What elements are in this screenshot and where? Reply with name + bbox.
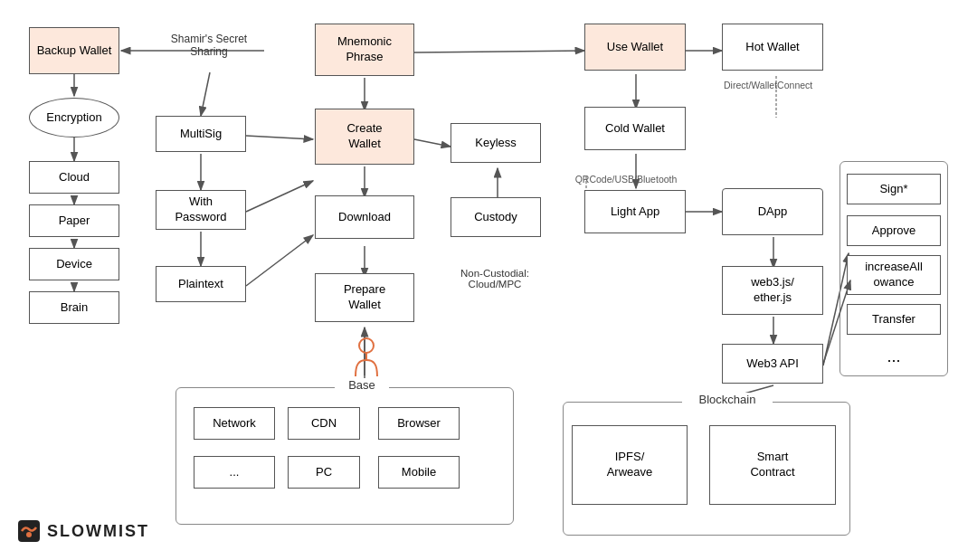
prepare-wallet-node: PrepareWallet [315, 273, 414, 322]
keyless-node: Keyless [451, 123, 541, 163]
dots-node: ... [847, 342, 941, 373]
sign-label: Sign* [879, 182, 907, 197]
slowmist-logo-text: SLOWMIST [47, 522, 149, 541]
encryption-label: Encryption [46, 110, 101, 126]
qrcode-label: QRCode/USB/Bluetooth [554, 174, 698, 185]
dots-label: ... [887, 346, 900, 367]
cloud-label: Cloud [59, 170, 90, 185]
smart-contract-node: SmartContract [709, 425, 836, 505]
diagram: Backup Wallet Encryption Cloud Paper Dev… [0, 0, 977, 560]
cloud-node: Cloud [29, 161, 119, 194]
backup-wallet-label: Backup Wallet [37, 43, 112, 59]
svg-line-22 [246, 136, 313, 139]
web3api-label: Web3 API [746, 356, 799, 372]
blockchain-group-label: Blockchain [682, 393, 773, 406]
paper-label: Paper [59, 214, 90, 229]
prepare-wallet-label: PrepareWallet [344, 282, 385, 313]
hot-wallet-node: Hot Wallet [722, 24, 823, 71]
download-label: Download [338, 210, 391, 225]
download-node: Download [315, 195, 414, 239]
custody-label: Custody [474, 210, 517, 225]
with-password-label: WithPassword [175, 195, 226, 225]
brain-node: Brain [29, 291, 119, 324]
web3api-node: Web3 API [722, 344, 823, 384]
person-icon [348, 337, 384, 376]
dapp-node: DApp [722, 188, 823, 235]
device-node: Device [29, 248, 119, 280]
plaintext-node: Plaintext [156, 266, 246, 302]
cdn-label: CDN [311, 416, 337, 432]
pc-label: PC [316, 465, 332, 480]
svg-rect-35 [18, 520, 40, 542]
light-app-node: Light App [584, 190, 686, 233]
cold-wallet-label: Cold Wallet [605, 121, 665, 137]
dapp-label: DApp [758, 204, 788, 220]
pc-node: PC [288, 456, 360, 489]
non-custodial-label: Non-Custodial:Cloud/MPC [441, 268, 548, 289]
ipfs-node: IPFS/Arweave [572, 425, 688, 505]
approve-label: Approve [872, 223, 915, 239]
increase-allowance-node: increaseAllowance [847, 255, 941, 295]
encryption-node: Encryption [29, 98, 119, 138]
logo-area: SLOWMIST [16, 518, 149, 544]
direct-walletconnect-label: Direct/WalletConnect [724, 80, 850, 90]
approve-node: Approve [847, 215, 941, 246]
svg-line-23 [246, 181, 313, 212]
base-dots-node: ... [194, 456, 275, 489]
cdn-node: CDN [288, 407, 360, 440]
use-wallet-node: Use Wallet [584, 24, 686, 71]
with-password-node: WithPassword [156, 190, 246, 230]
light-app-label: Light App [611, 204, 659, 220]
paper-node: Paper [29, 204, 119, 237]
keyless-label: Keyless [475, 136, 517, 151]
create-wallet-node: CreateWallet [315, 109, 414, 165]
custody-node: Custody [451, 197, 541, 237]
multisig-node: MultiSig [156, 116, 246, 152]
svg-point-36 [26, 532, 32, 537]
web3js-label: web3.js/ether.js [751, 275, 794, 306]
transfer-node: Transfer [847, 304, 941, 335]
mobile-label: Mobile [402, 465, 436, 480]
use-wallet-label: Use Wallet [607, 40, 663, 55]
svg-point-32 [359, 338, 374, 353]
create-wallet-label: CreateWallet [346, 121, 382, 152]
cold-wallet-node: Cold Wallet [584, 107, 686, 150]
device-label: Device [56, 257, 92, 272]
shamirs-label: Shamir's SecretSharing [154, 33, 264, 58]
slowmist-logo-icon [16, 518, 42, 544]
plaintext-label: Plaintext [178, 277, 223, 292]
svg-line-24 [246, 235, 313, 286]
browser-label: Browser [397, 416, 441, 432]
base-group-label: Base [335, 378, 389, 392]
multisig-label: MultiSig [180, 127, 222, 142]
browser-node: Browser [378, 407, 460, 440]
mnemonic-phrase-label: MnemonicPhrase [337, 34, 392, 65]
svg-line-25 [201, 72, 210, 116]
hot-wallet-label: Hot Wallet [745, 40, 799, 55]
web3js-node: web3.js/ether.js [722, 266, 823, 315]
svg-line-8 [414, 139, 451, 147]
backup-wallet-node: Backup Wallet [29, 27, 119, 74]
mobile-node: Mobile [378, 456, 460, 489]
mnemonic-phrase-node: MnemonicPhrase [315, 24, 414, 76]
increase-allowance-label: increaseAllowance [865, 260, 923, 290]
smart-contract-label: SmartContract [750, 450, 794, 480]
base-dots-label: ... [230, 465, 240, 480]
svg-line-7 [414, 51, 584, 52]
ipfs-label: IPFS/Arweave [607, 450, 653, 480]
transfer-label: Transfer [872, 312, 915, 327]
sign-node: Sign* [847, 174, 941, 204]
network-node: Network [194, 407, 275, 440]
brain-label: Brain [61, 300, 88, 316]
network-label: Network [213, 416, 256, 432]
